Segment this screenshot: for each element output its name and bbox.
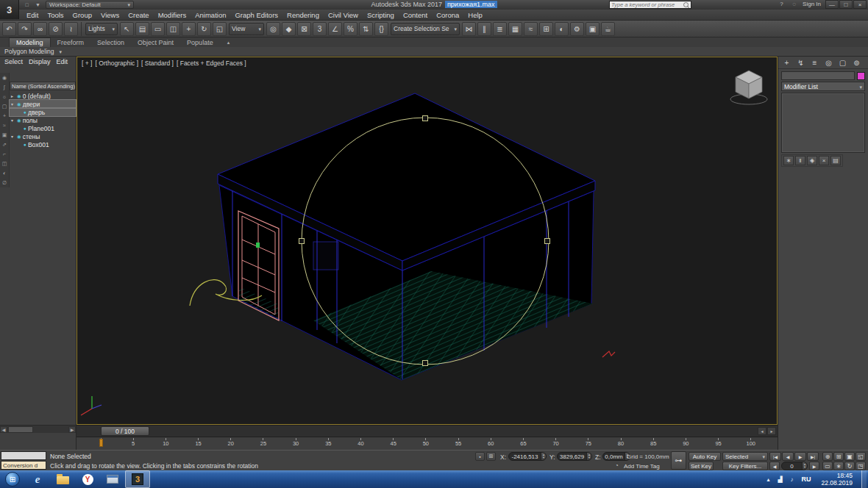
scene-row-poly[interactable]: ▾◉полы <box>10 116 76 124</box>
make-unique-icon[interactable]: ◈ <box>807 156 817 165</box>
tab-utilities[interactable]: ⊚ <box>851 57 862 68</box>
tab-motion[interactable]: ◎ <box>823 57 834 68</box>
curve-editor-icon[interactable]: ≈ <box>524 22 538 36</box>
zoom-icon[interactable]: ⊕ <box>822 452 833 461</box>
scene-row-steny[interactable]: ▾◉стены <box>10 132 76 140</box>
filter-spacewarps-icon[interactable]: ≈ <box>0 121 9 130</box>
go-to-start-button[interactable]: |◀ <box>769 452 781 461</box>
schematic-view-icon[interactable]: ⊞ <box>539 22 553 36</box>
spinner-icon[interactable] <box>802 462 807 470</box>
previous-frame-icon[interactable] <box>758 427 766 435</box>
absolute-mode-toggle[interactable]: ⊞ <box>486 452 496 461</box>
menu-rendering[interactable]: Rendering <box>282 10 324 20</box>
window-crossing-toggle-icon[interactable]: ◫ <box>166 22 180 36</box>
snaps-toggle-icon[interactable]: 3 <box>313 22 327 36</box>
ribbon-tab-populate[interactable]: Populate <box>180 37 220 47</box>
object-color-swatch[interactable] <box>857 72 865 80</box>
maximize-viewport-toggle-icon[interactable]: ◳ <box>855 462 866 470</box>
render-setup-icon[interactable]: ⚙ <box>570 22 584 36</box>
maxscript-mini-listener[interactable] <box>1 451 46 460</box>
sign-in-button[interactable]: Sign In <box>803 1 821 7</box>
select-and-rotate-icon[interactable]: ↻ <box>197 22 211 36</box>
viewport-menu[interactable]: [ Facets + Edged Faces ] <box>177 60 246 67</box>
menu-content[interactable]: Content <box>399 10 432 20</box>
gizmo-handle-right[interactable] <box>545 239 550 244</box>
filter-lights-icon[interactable]: ☼ <box>0 92 9 101</box>
timeline-tick[interactable]: 25 <box>257 438 270 450</box>
explorer-menu-select[interactable]: Select <box>2 58 25 65</box>
taskbar-3dsmax[interactable]: 3 <box>125 470 150 488</box>
ribbon-toggle-icon[interactable]: ▦ <box>508 22 522 36</box>
spinner-icon[interactable] <box>541 453 546 460</box>
tab-create[interactable]: + <box>781 57 792 68</box>
timeline-tick[interactable]: 90 <box>679 438 692 450</box>
menu-create[interactable]: Create <box>124 10 154 20</box>
next-key-button[interactable]: ▶ <box>809 462 819 470</box>
timeline-tick[interactable]: 95 <box>712 438 725 450</box>
timeline-tick[interactable]: 5 <box>127 438 140 450</box>
unlink-selection-icon[interactable]: ⊘ <box>49 22 63 36</box>
scroll-right-icon[interactable] <box>68 426 76 433</box>
render-production-icon[interactable]: ☕ <box>601 22 615 36</box>
select-by-name-icon[interactable]: ▤ <box>135 22 149 36</box>
keyboard-override-toggle-icon[interactable]: ⊠ <box>297 22 311 36</box>
filter-materials-icon[interactable]: ◐ <box>0 168 9 178</box>
viewport-menu[interactable]: [ + ] <box>82 60 92 67</box>
scene-row-dveri[interactable]: ▾◉двери <box>10 100 76 108</box>
previous-key-button[interactable]: ◀ <box>769 462 780 470</box>
named-selection-set-dropdown[interactable]: Create Selection Se <box>391 23 460 35</box>
ribbon-panel-header[interactable]: Polygon Modeling <box>0 47 868 57</box>
x-coordinate-field[interactable]: -2416,513 <box>508 452 547 461</box>
timeline-tick[interactable]: 60 <box>484 438 497 450</box>
taskbar-yandex-browser[interactable]: Y <box>75 470 100 488</box>
layer-manager-icon[interactable]: ≣ <box>493 22 507 36</box>
show-desktop-button[interactable] <box>861 470 867 488</box>
filter-helpers-icon[interactable]: + <box>0 111 9 121</box>
maxscript-listener-line[interactable]: Conversion d <box>1 461 46 470</box>
spinner-snap-icon[interactable]: ⇅ <box>359 22 373 36</box>
menu-scripting[interactable]: Scripting <box>363 10 399 20</box>
filter-xrefs-icon[interactable]: ⇗ <box>0 140 9 149</box>
menu-help[interactable]: Help <box>463 10 487 20</box>
scene-row-plane001[interactable]: ●Plane001 <box>10 124 76 132</box>
pan-view-icon[interactable]: ∗ <box>833 462 844 470</box>
reference-coordinate-dropdown[interactable]: View <box>229 23 264 35</box>
expand-arrow-icon[interactable]: ▸ <box>11 93 15 98</box>
viewport-menu[interactable]: [ Orthographic ] <box>95 60 138 67</box>
menu-graph-editors[interactable]: Graph Editors <box>230 10 282 20</box>
material-editor-icon[interactable]: ◐ <box>555 22 569 36</box>
rendered-frame-icon[interactable]: ▣ <box>586 22 600 36</box>
timeline-tick[interactable]: 70 <box>549 438 563 450</box>
auto-key-button[interactable]: Auto Key <box>689 452 721 461</box>
search-input[interactable] <box>611 1 682 8</box>
selection-lock-toggle[interactable]: ▪ <box>475 452 485 461</box>
align-icon[interactable]: ∥ <box>477 22 491 36</box>
ribbon-tab-object-paint[interactable]: Object Paint <box>131 37 180 47</box>
filter-none-icon[interactable]: ∅ <box>0 178 9 187</box>
taskbar-file-explorer[interactable] <box>50 470 75 488</box>
orbit-icon[interactable]: ↻ <box>844 462 855 470</box>
timeline-tick[interactable]: 35 <box>321 438 335 450</box>
menu-animation[interactable]: Animation <box>191 10 230 20</box>
modifier-list-dropdown[interactable]: Modifier List <box>781 82 865 91</box>
menu-edit[interactable]: Edit <box>22 10 43 20</box>
timeline-tick[interactable]: 65 <box>516 438 530 450</box>
open-file-icon[interactable]: □ <box>22 1 32 9</box>
viewcube[interactable] <box>730 71 767 104</box>
filter-cameras-icon[interactable]: ▢ <box>0 101 9 111</box>
explorer-scrollbar[interactable] <box>0 425 76 433</box>
configure-modifier-sets-icon[interactable]: ▤ <box>830 156 841 165</box>
viewport-menu[interactable]: [ Standard ] <box>141 60 174 67</box>
search-icon[interactable] <box>683 2 689 8</box>
menu-civil-view[interactable]: Civil View <box>324 10 363 20</box>
timeline-tick[interactable]: 20 <box>224 438 238 450</box>
timeline-tick[interactable]: 100 <box>744 438 758 450</box>
selection-filter-dropdown[interactable]: Lights <box>85 23 118 35</box>
track-bar[interactable]: 0510152025303540455055606570758085909510… <box>77 437 778 450</box>
rectangular-selection-region-icon[interactable]: ▭ <box>151 22 165 36</box>
show-end-result-icon[interactable]: ‖ <box>795 156 805 165</box>
zoom-extents-all-icon[interactable]: ◱ <box>855 452 866 461</box>
scene-row-0-default[interactable]: ▸◉0 (default) <box>10 92 76 100</box>
key-filters-button[interactable]: Key Filters... <box>722 462 768 470</box>
expand-arrow-icon[interactable]: ▾ <box>11 101 15 107</box>
